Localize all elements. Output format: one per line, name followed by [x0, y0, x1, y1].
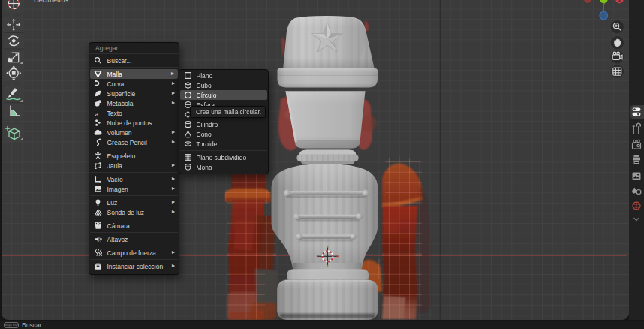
- svg-text:a: a: [95, 109, 98, 117]
- svg-text:X: X: [618, 0, 621, 3]
